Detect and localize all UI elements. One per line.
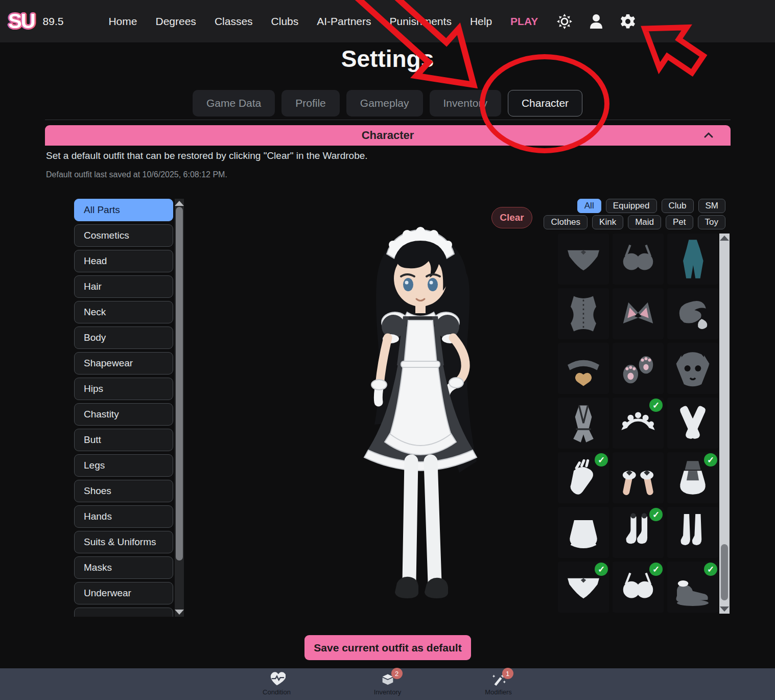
sidebar-item-legs[interactable]: Legs (74, 454, 173, 477)
gear-icon[interactable] (620, 13, 636, 30)
wardrobe-item-corset[interactable] (558, 288, 609, 339)
scroll-up-icon[interactable] (175, 201, 184, 206)
notification-badge: 1 (502, 668, 513, 679)
sidebar-item-partial[interactable] (74, 608, 173, 617)
wardrobe-item-white-panties[interactable]: ✓ (558, 562, 609, 613)
tab-gameplay[interactable]: Gameplay (346, 90, 423, 116)
tab-inventory[interactable]: Inventory (430, 90, 501, 116)
wardrobe-item-latex-bra[interactable] (613, 234, 664, 285)
scroll-down-icon[interactable] (175, 610, 184, 615)
scroll-up-icon[interactable] (720, 236, 729, 241)
magic-wand-icon: 1 (490, 671, 507, 687)
wardrobe-item-long-gloves[interactable] (667, 398, 718, 449)
footer-tab-inventory[interactable]: 2Inventory (357, 668, 418, 700)
wardrobe-item-latex-panties[interactable] (558, 234, 609, 285)
filter-chip-kink[interactable]: Kink (592, 215, 623, 229)
nav-link-play[interactable]: PLAY (510, 15, 538, 28)
sidebar-item-all-parts[interactable]: All Parts (74, 199, 173, 221)
sun-icon[interactable] (556, 13, 573, 30)
scroll-down-icon[interactable] (720, 606, 729, 612)
wardrobe-item-paw-gloves[interactable] (613, 343, 664, 394)
footer-tab-label: Modifiers (485, 688, 512, 696)
wardrobe-item-thigh-socks[interactable] (667, 507, 718, 558)
tab-profile[interactable]: Profile (281, 90, 340, 116)
footer-tab-modifiers[interactable]: 1Modifiers (468, 668, 529, 700)
nav-link-help[interactable]: Help (470, 15, 492, 28)
heart-pulse-icon (268, 671, 286, 687)
filter-chip-all[interactable]: All (577, 199, 601, 213)
mask-icon (671, 346, 715, 390)
wardrobe-item-tail-plug[interactable] (667, 288, 718, 339)
collar-icon (561, 346, 605, 390)
bodysuit-icon (561, 401, 605, 445)
wardrobe-item-pup-mask[interactable] (667, 343, 718, 394)
wardrobe-item-platform-shoes[interactable]: ✓ (667, 562, 718, 613)
clear-button[interactable]: Clear (491, 207, 532, 228)
sidebar-item-body[interactable]: Body (74, 326, 173, 349)
nav-link-clubs[interactable]: Clubs (271, 15, 299, 28)
nav-link-classes[interactable]: Classes (215, 15, 253, 28)
wardrobe-item-white-bra[interactable]: ✓ (613, 562, 664, 613)
top-navbar: SU 89.5 HomeDegreesClassesClubsAI-Partne… (0, 0, 775, 42)
sidebar-item-suits-uniforms[interactable]: Suits & Uniforms (74, 531, 173, 553)
filter-chip-sm[interactable]: SM (698, 199, 726, 213)
equipped-check-icon: ✓ (649, 563, 663, 576)
inventory-box-icon: 2 (379, 671, 396, 687)
filter-chip-clothes[interactable]: Clothes (544, 215, 588, 229)
nav-links: HomeDegreesClassesClubsAI-PartnersPunish… (108, 15, 492, 28)
sidebar-item-hair[interactable]: Hair (74, 275, 173, 298)
filter-chip-equipped[interactable]: Equipped (606, 199, 657, 213)
wardrobe-item-maid-dress[interactable]: ✓ (667, 452, 718, 503)
filter-chip-club[interactable]: Club (662, 199, 694, 213)
notification-badge: 2 (391, 668, 403, 679)
panel-description: Set a default outfit that can be restore… (46, 150, 368, 161)
footer-tab-label: Inventory (374, 688, 401, 696)
app-logo[interactable]: SU (8, 10, 35, 33)
cuffs-icon (616, 456, 660, 500)
sidebar-item-neck[interactable]: Neck (74, 301, 173, 323)
sidebar-item-shoes[interactable]: Shoes (74, 480, 173, 502)
person-icon[interactable] (588, 13, 604, 30)
tab-game-data[interactable]: Game Data (193, 90, 275, 116)
wardrobe-item-cat-ears[interactable] (613, 288, 664, 339)
wardrobe-item-harness-bodysuit[interactable] (558, 398, 609, 449)
sidebar-scrollbar[interactable] (175, 199, 184, 617)
equipped-check-icon: ✓ (595, 563, 608, 576)
grid-scrollbar[interactable] (719, 234, 730, 614)
chevron-up-icon[interactable] (703, 130, 714, 141)
wardrobe-item-latex-catsuit[interactable] (667, 234, 718, 285)
sidebar-item-butt[interactable]: Butt (74, 429, 173, 451)
page-title: Settings (0, 45, 775, 73)
nav-link-ai-partners[interactable]: AI-Partners (317, 15, 371, 28)
footer-tab-condition[interactable]: Condition (246, 668, 308, 700)
nav-link-home[interactable]: Home (108, 15, 137, 28)
sidebar-item-cosmetics[interactable]: Cosmetics (74, 224, 173, 247)
wardrobe-item-collar[interactable] (558, 343, 609, 394)
wardrobe-item-sheer-gloves[interactable]: ✓ (558, 452, 609, 503)
filter-chip-maid[interactable]: Maid (628, 215, 661, 229)
footer-tab-label: Condition (263, 688, 291, 696)
sidebar-scrollbar-thumb[interactable] (176, 207, 183, 561)
sidebar-item-hips[interactable]: Hips (74, 378, 173, 400)
wardrobe-item-maid-headdress[interactable]: ✓ (613, 398, 664, 449)
save-outfit-button[interactable]: Save current outfit as default (304, 635, 471, 660)
wardrobe-item-apron[interactable] (558, 507, 609, 558)
bra-icon (616, 237, 660, 281)
filter-chip-pet[interactable]: Pet (666, 215, 693, 229)
sidebar-item-underwear[interactable]: Underwear (74, 582, 173, 604)
grid-scrollbar-thumb[interactable] (721, 544, 728, 600)
nav-link-punishments[interactable]: Punishments (389, 15, 451, 28)
nav-link-degrees[interactable]: Degrees (155, 15, 196, 28)
sidebar-item-head[interactable]: Head (74, 250, 173, 272)
character-panel-header[interactable]: Character (45, 125, 731, 146)
sidebar-item-masks[interactable]: Masks (74, 556, 173, 579)
tail-icon (671, 292, 715, 336)
sidebar-item-shapewear[interactable]: Shapewear (74, 352, 173, 375)
filter-chip-toy[interactable]: Toy (698, 215, 725, 229)
wardrobe-item-wrist-cuffs[interactable] (613, 452, 664, 503)
tab-character[interactable]: Character (508, 90, 582, 116)
wardrobe-item-knee-socks[interactable]: ✓ (613, 507, 664, 558)
sidebar-item-hands[interactable]: Hands (74, 505, 173, 528)
corset-icon (561, 292, 605, 336)
sidebar-item-chastity[interactable]: Chastity (74, 403, 173, 426)
